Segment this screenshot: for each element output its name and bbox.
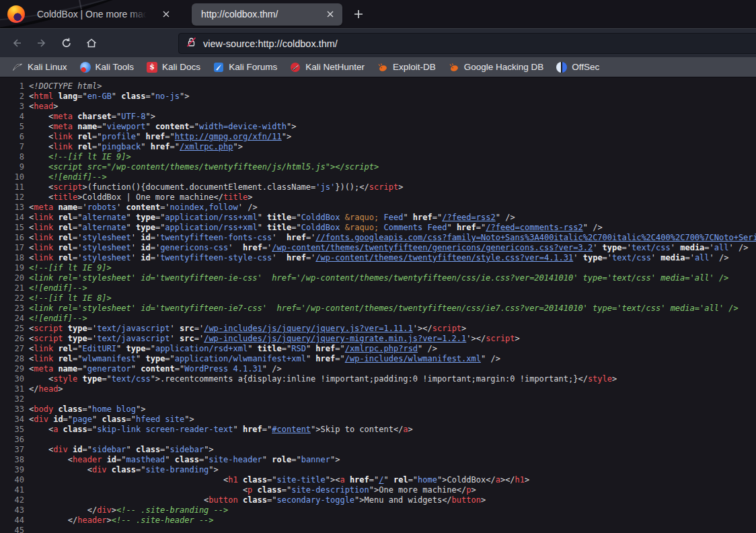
line-number: 6 [5, 132, 24, 142]
source-line: 16<link rel='stylesheet' id='twentyfifte… [5, 233, 756, 243]
source-line: 2<html lang="en-GB" class="no-js"> [5, 92, 756, 102]
firefox-logo-icon [7, 5, 25, 23]
bookmark-label: Kali Tools [96, 62, 135, 72]
navigation-toolbar: view-source:http://coldbox.thm/ [0, 28, 756, 57]
source-line: 6 <link rel="profile" href="http://gmpg.… [5, 132, 756, 142]
source-link[interactable]: /xmlrpc.php?rsd [345, 344, 418, 353]
bookmark-label: OffSec [572, 62, 599, 72]
line-number: 23 [5, 304, 24, 314]
line-number: 11 [5, 182, 24, 192]
line-number: 41 [5, 485, 24, 495]
source-line: 29<meta name="generator" content="WordPr… [5, 364, 756, 374]
source-line: 10 <![endif]--> [5, 172, 756, 182]
line-number: 12 [5, 192, 24, 203]
source-line: 8 <!--[if lt IE 9]> [5, 152, 756, 162]
bookmark-kali-nethunter[interactable]: Kali NetHunter [284, 59, 371, 75]
home-button[interactable] [81, 33, 102, 53]
source-line: 20<link rel='stylesheet' id='twentyfifte… [5, 273, 756, 283]
bookmark-exploit-db[interactable]: Exploit-DB [371, 59, 443, 75]
line-number: 38 [5, 455, 24, 465]
source-line: 34<div id="page" class="hfeed site"> [5, 415, 756, 425]
source-line: 36 [5, 435, 756, 445]
bookmark-kali-tools[interactable]: Kali Tools [74, 59, 141, 75]
source-line: 7 <link rel="pingback" href="/xmlrpc.php… [5, 142, 756, 152]
line-number: 24 [5, 314, 24, 324]
new-tab-button[interactable] [350, 6, 367, 22]
bookmark-kali-docs[interactable]: $ Kali Docs [141, 59, 207, 75]
close-tab-icon[interactable] [158, 6, 174, 22]
line-number: 22 [5, 293, 24, 304]
source-line: 13<meta name='robots' content='noindex,f… [5, 203, 756, 213]
bookmark-label: Exploit-DB [393, 62, 436, 72]
source-line: 22<!--[if lt IE 8]> [5, 293, 756, 304]
back-button[interactable] [7, 33, 27, 53]
line-number: 13 [5, 203, 24, 213]
tab-view-source[interactable]: http://coldbox.thm/ [192, 3, 342, 26]
line-number: 18 [5, 253, 24, 263]
source-line: 31</head> [5, 384, 756, 394]
source-link[interactable]: /?feed=comments-rss2 [486, 223, 583, 232]
line-number: 21 [5, 283, 24, 293]
source-line: 32 [5, 394, 756, 404]
source-link[interactable]: //fonts.googleapis.com/css?family=Noto+S… [315, 233, 756, 242]
line-number: 8 [5, 152, 24, 162]
source-line: 26<script type='text/javascript' src='/w… [5, 334, 756, 344]
source-link[interactable]: /xmlrpc.php [180, 142, 233, 151]
source-line: 40 <h1 class="site-title"><a href="/" re… [5, 475, 756, 485]
source-link[interactable]: /?feed=rss2 [442, 213, 495, 222]
bookmark-kali-linux[interactable]: Kali Linux [6, 59, 74, 75]
source-link[interactable]: /wp-content/themes/twentyfifteen/style.c… [315, 253, 573, 262]
line-number: 16 [5, 233, 24, 243]
source-view[interactable]: 1<!DOCTYPE html>2<html lang="en-GB" clas… [0, 77, 756, 533]
source-link[interactable]: http://gmpg.org/xfn/11 [175, 132, 282, 141]
line-number: 14 [5, 213, 24, 223]
source-link[interactable]: /wp-includes/wlwmanifest.xml [345, 354, 481, 363]
source-line: 28<link rel="wlwmanifest" type="applicat… [5, 354, 756, 364]
offsec-icon [556, 62, 567, 73]
bookmark-label: Kali NetHunter [305, 62, 365, 72]
kali-forums-icon [213, 62, 224, 73]
tab-title: ColddBox | One more machine [37, 9, 150, 20]
close-tab-icon[interactable] [322, 6, 338, 22]
source-line: 39 <div class="site-branding"> [5, 465, 756, 475]
source-line: 37 <div id="sidebar" class="sidebar"> [5, 445, 756, 455]
bookmarks-toolbar: Kali Linux Kali Tools $ Kali Docs Kali F… [0, 57, 756, 77]
line-number: 44 [5, 516, 24, 526]
tab-coldbox-page[interactable]: ColddBox | One more machine [37, 3, 186, 26]
forward-button[interactable] [32, 33, 52, 53]
source-line: 25<script type='text/javascript' src='/w… [5, 324, 756, 334]
bookmark-label: Kali Linux [28, 62, 67, 72]
source-line: 33<body class="home blog"> [5, 404, 756, 415]
google-hacking-db-icon [449, 62, 459, 73]
insecure-lock-icon[interactable] [186, 36, 197, 50]
line-number: 2 [5, 92, 24, 102]
line-number: 28 [5, 354, 24, 364]
reload-button[interactable] [56, 33, 77, 53]
source-line: 9 <script src="/wp-content/themes/twenty… [5, 162, 756, 172]
source-link[interactable]: /wp-content/themes/twentyfifteen/generic… [272, 243, 593, 252]
source-line: 23<link rel='stylesheet' id='twentyfifte… [5, 304, 756, 314]
url-bar[interactable]: view-source:http://coldbox.thm/ [178, 33, 756, 54]
source-line: 1<!DOCTYPE html> [5, 81, 756, 92]
source-line: 4 <meta charset="UTF-8"> [5, 112, 756, 122]
source-line: 44 </header><!-- .site-header --> [5, 516, 756, 526]
kali-docs-icon: $ [147, 62, 157, 73]
line-number: 27 [5, 344, 24, 354]
source-link[interactable]: /wp-includes/js/jquery/jquery.js?ver=1.1… [204, 324, 413, 333]
bookmark-kali-forums[interactable]: Kali Forums [207, 59, 284, 75]
source-link[interactable]: /wp-includes/js/jquery/jquery-migrate.mi… [204, 334, 466, 343]
line-number: 9 [5, 162, 24, 172]
bookmark-google-hacking-db[interactable]: Google Hacking DB [443, 59, 551, 75]
source-link[interactable]: #content [272, 425, 311, 434]
source-line: 3<head> [5, 102, 756, 112]
kali-nethunter-icon [290, 62, 301, 73]
exploit-db-icon [377, 62, 388, 73]
url-input[interactable]: view-source:http://coldbox.thm/ [203, 38, 338, 49]
bookmark-offsec[interactable]: OffSec [550, 59, 606, 75]
line-number: 39 [5, 465, 24, 475]
source-line: 38 <header id="masthead" class="site-hea… [5, 455, 756, 465]
source-line: 17<link rel='stylesheet' id='genericons-… [5, 243, 756, 253]
line-number: 3 [5, 102, 24, 112]
line-number: 43 [5, 505, 24, 516]
source-line: 11 <script>(function(){document.document… [5, 182, 756, 192]
